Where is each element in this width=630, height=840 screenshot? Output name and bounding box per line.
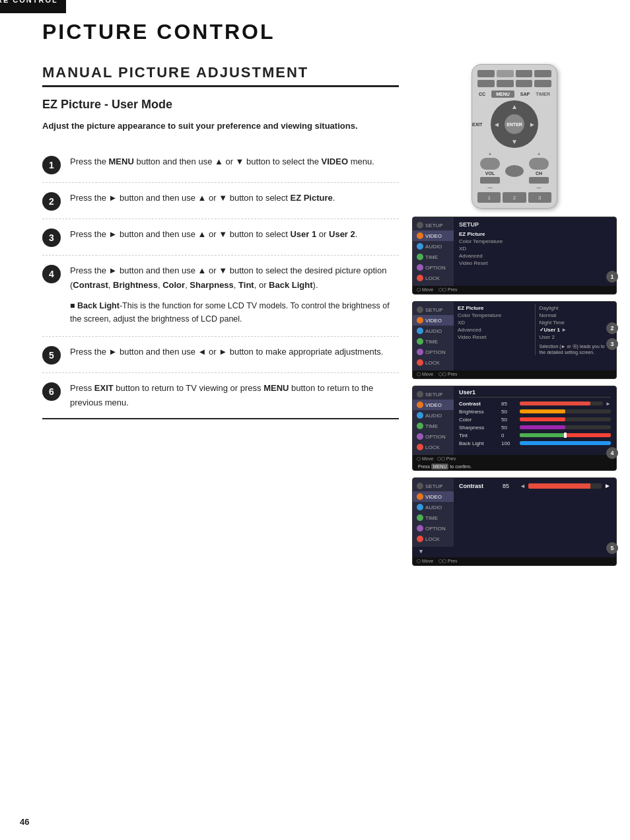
ch-up-button[interactable] — [529, 158, 549, 170]
p4-menu-audio: AUDIO — [413, 502, 454, 512]
p4-lbl-lock: LOCK — [425, 536, 440, 542]
contrast-bar-fill — [528, 483, 590, 489]
panel-3-content: User1 Contrast 85 ► — [454, 386, 616, 455]
p2-right-normal: Normal — [540, 312, 613, 319]
p2-footer-move: ⬡ Move — [417, 372, 433, 377]
p4-lbl-setup: SETUP — [425, 483, 443, 489]
tint-bar-inner — [520, 433, 611, 437]
panel-4-left-menu: SETUP VIDEO AUDIO — [413, 478, 454, 547]
p4-lbl-video: VIDEO — [425, 494, 442, 500]
contrast-detail-row: Contrast 85 ◄ ► — [459, 482, 611, 489]
step-3: 3 Press the ► button and then use ▲ or ▼… — [42, 219, 399, 256]
panel-2-right-options: Daylight Normal Night Time ✓User 1 ► Use… — [535, 304, 613, 355]
num-btn-2[interactable]: 2 — [503, 192, 526, 203]
remote-btn-2l — [477, 80, 495, 87]
fav-button[interactable] — [480, 158, 500, 170]
footer-prev: ⬡⬡ Prev — [438, 287, 457, 293]
p2-dot-option — [417, 349, 423, 355]
bar-contrast — [520, 402, 603, 405]
p4-menu-option: OPTION — [413, 523, 454, 534]
option-color-temp: Color Temperature — [459, 238, 611, 245]
step-number-3: 3 — [42, 228, 61, 247]
p4-menu-lock: LOCK — [413, 534, 454, 544]
p3-menu-lock: LOCK — [413, 442, 454, 452]
p3-menu-time: TIME — [413, 421, 454, 431]
p4-footer-move: ⬡ Move — [417, 559, 433, 564]
cc-label: CC — [479, 92, 485, 96]
panel-3-badge: 3 — [606, 338, 618, 350]
p4-dot-option — [417, 525, 423, 532]
sap-label: SAP — [520, 92, 530, 96]
bar-color — [520, 417, 611, 421]
step-5: 5 Press the ► button and then use ◄ or ►… — [42, 337, 399, 373]
p2-dot-video — [417, 317, 423, 324]
right-column: CC MENU SAP TIMER EXIT ▲ ▼ ◄ — [412, 64, 617, 573]
step-text-6: Press EXIT button to return to TV viewin… — [70, 381, 399, 410]
p3-menu-option: OPTION — [413, 431, 454, 442]
num-btn-1[interactable]: 1 — [477, 192, 501, 203]
panel-left-menu-2: SETUP VIDEO AUDIO — [413, 302, 454, 370]
enter-button[interactable]: ENTER — [505, 114, 524, 134]
p3-lbl-setup: SETUP — [425, 392, 443, 398]
contrast-bar-container: ◄ ► — [520, 482, 611, 489]
bar-fill-contrast — [520, 402, 590, 405]
bar-fill-brightness — [520, 409, 565, 413]
p4-dot-lock — [417, 536, 423, 542]
subsection-heading: EZ Picture - User Mode — [42, 98, 399, 112]
settings-row-sharpness: Sharpness 50 — [459, 423, 611, 431]
p4-lbl-option: OPTION — [425, 526, 446, 532]
detail-left-arrow: ◄ — [520, 483, 526, 489]
note-block: ■ Back Light-This is the function for so… — [70, 293, 399, 328]
panel-3-left-menu: SETUP VIDEO AUDIO — [413, 386, 454, 455]
panel-4-content: Contrast 85 ◄ ► — [454, 478, 616, 547]
detail-right-arrow: ► — [604, 482, 611, 489]
p2-lbl-lock: LOCK — [425, 360, 440, 366]
panel-4-footer: ⬡ Move ⬡⬡ Prev — [413, 557, 616, 565]
settings-row-backlight: Back Light 100 — [459, 439, 611, 447]
nav-left-arrow: ◄ — [493, 121, 500, 128]
step-2: 2 Press the ► button and then use ▲ or ▼… — [42, 183, 399, 219]
menu-icon-confirm: MENU — [431, 464, 449, 470]
p4-dot-time — [417, 514, 423, 521]
menu-button[interactable]: MENU — [491, 90, 514, 98]
menu-label-audio: AUDIO — [425, 244, 442, 250]
bar-brightness — [520, 409, 611, 413]
bar-fill-color — [520, 417, 565, 421]
step-text-5: Press the ► button and then use ◄ or ► b… — [70, 345, 399, 359]
p2-menu-video: VIDEO — [413, 315, 454, 326]
p3-dot-option — [417, 433, 423, 440]
label-backlight: Back Light — [459, 440, 499, 446]
mute-button[interactable] — [505, 165, 524, 177]
p3-menu-video: VIDEO — [413, 400, 454, 410]
vol-down-button[interactable] — [480, 177, 500, 184]
panel-2: SETUP VIDEO AUDIO — [412, 301, 617, 379]
p2-right-user2: User 2 — [540, 333, 613, 341]
num-btn-3[interactable]: 3 — [528, 192, 551, 203]
p2-menu-option: OPTION — [413, 347, 454, 357]
panel-2-badge: 2 — [606, 322, 618, 334]
p4-lbl-time: TIME — [425, 515, 438, 521]
label-color: Color — [459, 417, 499, 423]
nav-right-arrow: ► — [529, 121, 536, 128]
vol-label: VOL — [485, 171, 495, 176]
p3-dot-setup — [417, 391, 423, 398]
value-brightness: 50 — [501, 409, 517, 415]
tint-indicator — [564, 433, 567, 438]
menu-label-video: VIDEO — [425, 233, 442, 239]
note-title: ■ Back Light — [70, 301, 120, 310]
p2-opt-xd: XD — [458, 319, 531, 326]
step-text-4: Press the ► button and then use ▲ or ▼ b… — [70, 263, 399, 328]
menu-label-time: TIME — [425, 254, 438, 260]
value-contrast: 85 — [501, 401, 517, 407]
step-number-4: 4 — [42, 265, 61, 283]
footer-move: ⬡ Move — [417, 287, 433, 293]
ch-down-button[interactable] — [529, 177, 549, 184]
page-number: 46 — [20, 817, 29, 827]
panel-2-content: EZ Picture Color Temperature XD Advanced… — [454, 302, 616, 370]
bar-tint — [520, 433, 611, 437]
p4-dot-video — [417, 493, 423, 500]
p2-menu-audio: AUDIO — [413, 326, 454, 336]
p4-menu-setup: SETUP — [413, 481, 454, 491]
settings-row-tint: Tint 0 — [459, 431, 611, 439]
bar-sharpness — [520, 425, 611, 429]
